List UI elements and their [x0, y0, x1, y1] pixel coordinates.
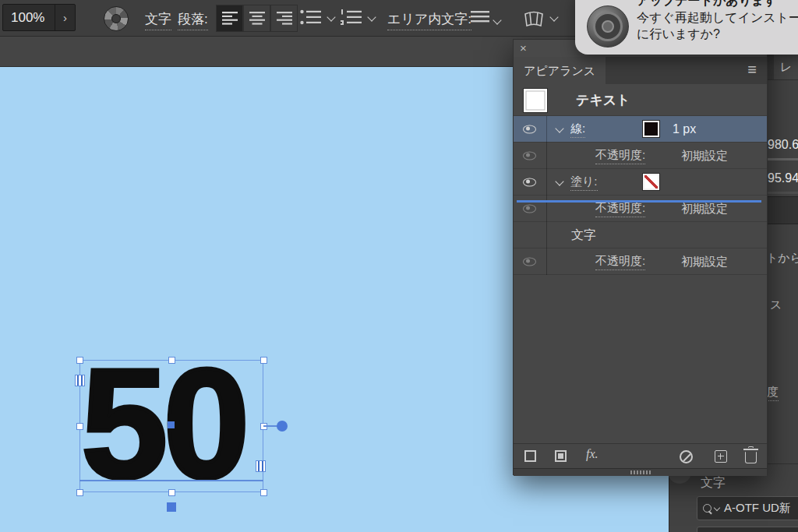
notification-body-line2: に行いますか?: [637, 26, 798, 43]
area-type-outport-handle[interactable]: [256, 460, 266, 472]
appearance-rows: テキスト 線: 1 px 不透明度: 初期設定 塗り: 不透明度: 初期設定 文…: [514, 84, 767, 275]
dock-text-fragment: ス: [770, 298, 782, 312]
target-label: テキスト: [576, 91, 630, 109]
opacity-value[interactable]: 初期設定: [681, 149, 728, 164]
dock-text-fragment: 度: [767, 385, 779, 401]
opacity-label[interactable]: 不透明度:: [595, 254, 645, 270]
align-right-button[interactable]: [270, 5, 298, 32]
font-search-field[interactable]: A-OTF UD新: [697, 496, 798, 520]
selection-handle-mid-left[interactable]: [76, 423, 83, 430]
opacity-value[interactable]: 初期設定: [681, 255, 728, 270]
area-type-inport-handle[interactable]: [75, 375, 85, 386]
tab-appearance[interactable]: アピアランス: [514, 57, 606, 84]
chevron-down-icon: [714, 504, 720, 510]
resize-grip-icon: [630, 470, 651, 474]
opacity-label[interactable]: 不透明度:: [595, 201, 645, 217]
visibility-eye-icon[interactable]: [523, 125, 536, 133]
opacity-value[interactable]: 初期設定: [681, 202, 728, 217]
line-options-button[interactable]: [471, 11, 489, 23]
touch-type-tool-button[interactable]: [523, 9, 545, 27]
add-fill-button[interactable]: [555, 450, 567, 462]
transform-value-field-2[interactable]: 95.94: [768, 171, 798, 185]
align-left-button[interactable]: [216, 5, 243, 32]
chevron-down-icon[interactable]: [327, 12, 335, 21]
stroke-color-swatch[interactable]: [643, 121, 659, 137]
field-underline: [763, 192, 798, 194]
visibility-eye-icon[interactable]: [523, 257, 536, 266]
delete-item-button[interactable]: [745, 449, 757, 463]
add-effect-button[interactable]: fx.: [586, 447, 598, 461]
appearance-row-text-opacity[interactable]: 不透明度: 初期設定: [514, 248, 767, 275]
stroke-label[interactable]: 線:: [570, 122, 585, 138]
new-fill-icon: [555, 450, 567, 462]
selection-handle-bottom-mid[interactable]: [168, 489, 175, 496]
notification-text: アップデートがあります 今すぐ再起動してインストー に行いますか?: [637, 0, 798, 43]
zoom-level-value[interactable]: 100%: [3, 5, 55, 30]
zoom-level-control[interactable]: 100% ›: [2, 4, 76, 31]
text-flow-port-circle[interactable]: [277, 421, 288, 432]
appearance-panel-footer: fx.: [514, 443, 767, 469]
target-thumbnail-swatch: [523, 88, 548, 113]
clear-appearance-icon: [680, 450, 693, 463]
selection-handle-bottom-left[interactable]: [76, 489, 83, 496]
paragraph-align-group: [216, 5, 298, 32]
characters-label[interactable]: 文字: [571, 227, 596, 244]
selection-handle-top-left[interactable]: [76, 357, 83, 364]
numbered-list-icon: [341, 9, 362, 26]
fx-icon: fx.: [586, 447, 598, 460]
eye-column-divider: [546, 116, 547, 275]
selection-center-point[interactable]: [168, 421, 175, 428]
character-panel-link[interactable]: 文字: [145, 10, 171, 30]
clear-appearance-button[interactable]: [680, 450, 693, 463]
transform-value-field-1[interactable]: 980.6: [768, 138, 798, 152]
appearance-panel: × アピアランス ≡ テキスト 線: 1 px 不透明度: 初期設定 塗り:: [513, 39, 768, 475]
expand-chevron-icon[interactable]: [555, 177, 563, 185]
chevron-down-icon[interactable]: [367, 12, 376, 21]
trash-icon: [745, 452, 757, 463]
selection-handle-top-mid[interactable]: [168, 357, 175, 364]
fill-label[interactable]: 塗り:: [570, 174, 598, 191]
selection-handle-bottom-right[interactable]: [260, 489, 267, 496]
stroke-weight-value[interactable]: 1 px: [673, 122, 696, 136]
appearance-row-stroke[interactable]: 線: 1 px: [514, 116, 767, 143]
selection-handle-top-right[interactable]: [260, 357, 267, 364]
chevron-down-icon[interactable]: [493, 16, 501, 24]
system-update-notification[interactable]: アップデートがあります 今すぐ再起動してインストー に行いますか?: [575, 0, 798, 55]
visibility-eye-icon[interactable]: [523, 204, 536, 213]
appearance-row-target[interactable]: テキスト: [514, 84, 767, 116]
area-type-options-link[interactable]: エリア内文字:: [387, 10, 471, 30]
visibility-eye-icon[interactable]: [523, 151, 536, 160]
opacity-label[interactable]: 不透明度:: [595, 148, 645, 164]
align-center-button[interactable]: [243, 5, 270, 32]
appearance-row-stroke-opacity[interactable]: 不透明度: 初期設定: [514, 143, 767, 169]
font-style-field-partial[interactable]: [697, 527, 798, 532]
align-center-icon: [249, 12, 265, 25]
close-icon[interactable]: ×: [520, 41, 527, 56]
appearance-row-fill[interactable]: 塗り:: [514, 169, 767, 196]
notification-body-line1: 今すぐ再起動してインストー: [637, 9, 798, 26]
new-stroke-icon: [524, 450, 536, 462]
chevron-down-icon[interactable]: [549, 12, 558, 21]
panel-resize-strip[interactable]: [514, 468, 767, 476]
dock-text-fragment: トから: [766, 251, 798, 266]
panel-menu-icon[interactable]: ≡: [747, 61, 757, 79]
dock-dropdown-partial[interactable]: [764, 196, 798, 224]
area-type-bottom-widget[interactable]: [167, 502, 176, 512]
numbered-list-button[interactable]: [341, 9, 362, 26]
text-baseline-indicator: [79, 480, 263, 481]
appearance-row-characters[interactable]: 文字: [514, 222, 767, 248]
add-stroke-button[interactable]: [524, 450, 536, 462]
color-wheel-icon[interactable]: [104, 6, 129, 31]
zoom-menu-chevron-icon[interactable]: ›: [55, 5, 75, 30]
field-underline: [763, 158, 798, 160]
fill-none-swatch[interactable]: [643, 174, 659, 190]
visibility-eye-icon[interactable]: [523, 178, 536, 186]
expand-chevron-icon[interactable]: [555, 124, 563, 132]
duplicate-icon: [715, 450, 727, 463]
paragraph-panel-link[interactable]: 段落:: [178, 10, 208, 30]
font-name-value: A-OTF UD新: [724, 501, 791, 516]
duplicate-item-button[interactable]: [715, 450, 727, 463]
bullet-list-button[interactable]: [300, 9, 321, 26]
notification-title: アップデートがあります: [637, 0, 798, 9]
tab-layers-partial[interactable]: レ: [774, 55, 798, 79]
